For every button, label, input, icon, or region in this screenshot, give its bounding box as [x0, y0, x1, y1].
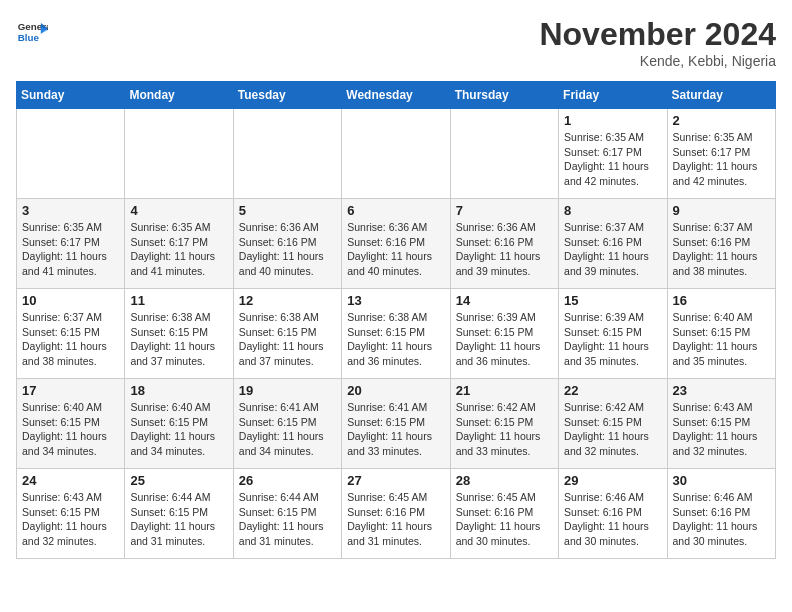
calendar-day-cell: 15Sunrise: 6:39 AM Sunset: 6:15 PM Dayli… [559, 289, 667, 379]
day-info: Sunrise: 6:37 AM Sunset: 6:15 PM Dayligh… [22, 310, 119, 369]
calendar-day-cell: 28Sunrise: 6:45 AM Sunset: 6:16 PM Dayli… [450, 469, 558, 559]
calendar-day-cell: 24Sunrise: 6:43 AM Sunset: 6:15 PM Dayli… [17, 469, 125, 559]
calendar-week-row: 1Sunrise: 6:35 AM Sunset: 6:17 PM Daylig… [17, 109, 776, 199]
day-info: Sunrise: 6:38 AM Sunset: 6:15 PM Dayligh… [239, 310, 336, 369]
day-info: Sunrise: 6:43 AM Sunset: 6:15 PM Dayligh… [22, 490, 119, 549]
day-info: Sunrise: 6:39 AM Sunset: 6:15 PM Dayligh… [456, 310, 553, 369]
calendar-day-cell: 8Sunrise: 6:37 AM Sunset: 6:16 PM Daylig… [559, 199, 667, 289]
day-info: Sunrise: 6:46 AM Sunset: 6:16 PM Dayligh… [564, 490, 661, 549]
day-number: 30 [673, 473, 770, 488]
day-number: 29 [564, 473, 661, 488]
calendar-day-cell [450, 109, 558, 199]
page-header: General Blue November 2024 Kende, Kebbi,… [16, 16, 776, 69]
day-info: Sunrise: 6:45 AM Sunset: 6:16 PM Dayligh… [347, 490, 444, 549]
calendar-day-cell: 21Sunrise: 6:42 AM Sunset: 6:15 PM Dayli… [450, 379, 558, 469]
day-info: Sunrise: 6:42 AM Sunset: 6:15 PM Dayligh… [456, 400, 553, 459]
day-info: Sunrise: 6:41 AM Sunset: 6:15 PM Dayligh… [347, 400, 444, 459]
svg-text:Blue: Blue [18, 32, 40, 43]
calendar-day-cell: 26Sunrise: 6:44 AM Sunset: 6:15 PM Dayli… [233, 469, 341, 559]
calendar-day-cell: 2Sunrise: 6:35 AM Sunset: 6:17 PM Daylig… [667, 109, 775, 199]
day-number: 15 [564, 293, 661, 308]
day-info: Sunrise: 6:35 AM Sunset: 6:17 PM Dayligh… [22, 220, 119, 279]
calendar-table: SundayMondayTuesdayWednesdayThursdayFrid… [16, 81, 776, 559]
day-info: Sunrise: 6:40 AM Sunset: 6:15 PM Dayligh… [130, 400, 227, 459]
calendar-day-cell: 9Sunrise: 6:37 AM Sunset: 6:16 PM Daylig… [667, 199, 775, 289]
day-info: Sunrise: 6:45 AM Sunset: 6:16 PM Dayligh… [456, 490, 553, 549]
day-number: 25 [130, 473, 227, 488]
day-number: 3 [22, 203, 119, 218]
day-number: 7 [456, 203, 553, 218]
day-info: Sunrise: 6:44 AM Sunset: 6:15 PM Dayligh… [239, 490, 336, 549]
calendar-day-cell: 30Sunrise: 6:46 AM Sunset: 6:16 PM Dayli… [667, 469, 775, 559]
day-number: 4 [130, 203, 227, 218]
day-info: Sunrise: 6:44 AM Sunset: 6:15 PM Dayligh… [130, 490, 227, 549]
calendar-day-cell: 4Sunrise: 6:35 AM Sunset: 6:17 PM Daylig… [125, 199, 233, 289]
day-number: 20 [347, 383, 444, 398]
calendar-day-cell: 20Sunrise: 6:41 AM Sunset: 6:15 PM Dayli… [342, 379, 450, 469]
calendar-day-cell: 10Sunrise: 6:37 AM Sunset: 6:15 PM Dayli… [17, 289, 125, 379]
calendar-day-cell [233, 109, 341, 199]
calendar-day-cell: 29Sunrise: 6:46 AM Sunset: 6:16 PM Dayli… [559, 469, 667, 559]
day-number: 22 [564, 383, 661, 398]
calendar-day-cell: 5Sunrise: 6:36 AM Sunset: 6:16 PM Daylig… [233, 199, 341, 289]
calendar-day-cell [342, 109, 450, 199]
day-of-week-header: Tuesday [233, 82, 341, 109]
day-info: Sunrise: 6:46 AM Sunset: 6:16 PM Dayligh… [673, 490, 770, 549]
calendar-day-cell: 12Sunrise: 6:38 AM Sunset: 6:15 PM Dayli… [233, 289, 341, 379]
calendar-day-cell: 11Sunrise: 6:38 AM Sunset: 6:15 PM Dayli… [125, 289, 233, 379]
calendar-week-row: 24Sunrise: 6:43 AM Sunset: 6:15 PM Dayli… [17, 469, 776, 559]
day-number: 5 [239, 203, 336, 218]
day-number: 12 [239, 293, 336, 308]
logo: General Blue [16, 16, 48, 48]
month-title: November 2024 [539, 16, 776, 53]
day-info: Sunrise: 6:38 AM Sunset: 6:15 PM Dayligh… [130, 310, 227, 369]
day-number: 16 [673, 293, 770, 308]
day-info: Sunrise: 6:35 AM Sunset: 6:17 PM Dayligh… [673, 130, 770, 189]
day-number: 2 [673, 113, 770, 128]
calendar-week-row: 3Sunrise: 6:35 AM Sunset: 6:17 PM Daylig… [17, 199, 776, 289]
calendar-day-cell: 13Sunrise: 6:38 AM Sunset: 6:15 PM Dayli… [342, 289, 450, 379]
day-number: 9 [673, 203, 770, 218]
calendar-day-cell: 17Sunrise: 6:40 AM Sunset: 6:15 PM Dayli… [17, 379, 125, 469]
calendar-day-cell: 7Sunrise: 6:36 AM Sunset: 6:16 PM Daylig… [450, 199, 558, 289]
day-info: Sunrise: 6:37 AM Sunset: 6:16 PM Dayligh… [564, 220, 661, 279]
calendar-day-cell: 18Sunrise: 6:40 AM Sunset: 6:15 PM Dayli… [125, 379, 233, 469]
day-info: Sunrise: 6:35 AM Sunset: 6:17 PM Dayligh… [564, 130, 661, 189]
day-of-week-header: Thursday [450, 82, 558, 109]
day-info: Sunrise: 6:36 AM Sunset: 6:16 PM Dayligh… [347, 220, 444, 279]
day-number: 21 [456, 383, 553, 398]
day-number: 24 [22, 473, 119, 488]
day-info: Sunrise: 6:36 AM Sunset: 6:16 PM Dayligh… [456, 220, 553, 279]
calendar-day-cell: 25Sunrise: 6:44 AM Sunset: 6:15 PM Dayli… [125, 469, 233, 559]
day-number: 8 [564, 203, 661, 218]
calendar-day-cell: 1Sunrise: 6:35 AM Sunset: 6:17 PM Daylig… [559, 109, 667, 199]
day-number: 26 [239, 473, 336, 488]
calendar-header-row: SundayMondayTuesdayWednesdayThursdayFrid… [17, 82, 776, 109]
calendar-week-row: 17Sunrise: 6:40 AM Sunset: 6:15 PM Dayli… [17, 379, 776, 469]
day-info: Sunrise: 6:37 AM Sunset: 6:16 PM Dayligh… [673, 220, 770, 279]
calendar-day-cell [125, 109, 233, 199]
day-info: Sunrise: 6:40 AM Sunset: 6:15 PM Dayligh… [673, 310, 770, 369]
calendar-day-cell: 19Sunrise: 6:41 AM Sunset: 6:15 PM Dayli… [233, 379, 341, 469]
calendar-day-cell: 23Sunrise: 6:43 AM Sunset: 6:15 PM Dayli… [667, 379, 775, 469]
logo-icon: General Blue [16, 16, 48, 48]
day-info: Sunrise: 6:36 AM Sunset: 6:16 PM Dayligh… [239, 220, 336, 279]
day-info: Sunrise: 6:42 AM Sunset: 6:15 PM Dayligh… [564, 400, 661, 459]
day-of-week-header: Friday [559, 82, 667, 109]
calendar-day-cell: 22Sunrise: 6:42 AM Sunset: 6:15 PM Dayli… [559, 379, 667, 469]
day-info: Sunrise: 6:41 AM Sunset: 6:15 PM Dayligh… [239, 400, 336, 459]
day-of-week-header: Saturday [667, 82, 775, 109]
day-info: Sunrise: 6:39 AM Sunset: 6:15 PM Dayligh… [564, 310, 661, 369]
day-number: 10 [22, 293, 119, 308]
day-number: 27 [347, 473, 444, 488]
day-number: 1 [564, 113, 661, 128]
calendar-day-cell: 16Sunrise: 6:40 AM Sunset: 6:15 PM Dayli… [667, 289, 775, 379]
day-info: Sunrise: 6:35 AM Sunset: 6:17 PM Dayligh… [130, 220, 227, 279]
day-number: 11 [130, 293, 227, 308]
calendar-week-row: 10Sunrise: 6:37 AM Sunset: 6:15 PM Dayli… [17, 289, 776, 379]
calendar-body: 1Sunrise: 6:35 AM Sunset: 6:17 PM Daylig… [17, 109, 776, 559]
title-block: November 2024 Kende, Kebbi, Nigeria [539, 16, 776, 69]
day-info: Sunrise: 6:40 AM Sunset: 6:15 PM Dayligh… [22, 400, 119, 459]
day-number: 13 [347, 293, 444, 308]
day-number: 14 [456, 293, 553, 308]
